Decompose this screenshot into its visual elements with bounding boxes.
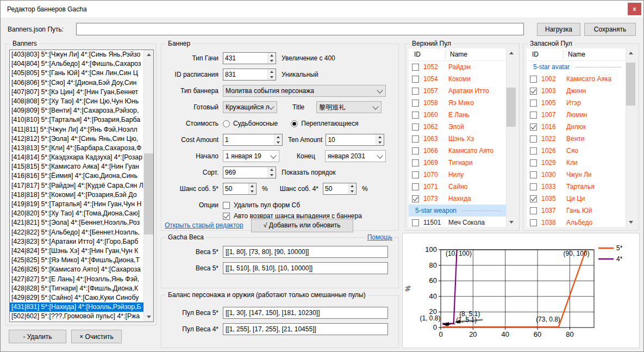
- pool-row-checkbox[interactable]: [412, 195, 419, 202]
- begin-date-picker[interactable]: 1 января 19: [223, 150, 279, 162]
- pool-row[interactable]: 1003Джинн: [527, 85, 626, 97]
- banner-list-item[interactable]: [404|804] 5*:[Альбедо] 4*:[Фишль,Сахароз: [10, 59, 144, 69]
- scrollbar-thumb[interactable]: [507, 88, 516, 127]
- banner-list-item[interactable]: [419|819] 5*:[Тарталья] 4*:[Нин Гуан,Чун…: [10, 200, 144, 209]
- pool-row-checkbox[interactable]: [530, 159, 537, 166]
- pool-row[interactable]: 1022Венти: [527, 133, 626, 145]
- banner-list-item[interactable]: [427|827] 5*:[Е Лань] 4*:[Ноэлль,Янь Фэй…: [10, 275, 144, 284]
- pool-row[interactable]: 1070Нилу: [409, 169, 507, 181]
- pool-row-checkbox[interactable]: [530, 207, 537, 214]
- scroll-up-icon[interactable]: [144, 50, 153, 59]
- pool-row-checkbox[interactable]: [412, 112, 419, 119]
- pool-row[interactable]: 1026Сяо: [527, 145, 626, 157]
- pool-row[interactable]: 1058Яэ Мико: [409, 97, 507, 109]
- spin-down-icon[interactable]: [349, 189, 356, 194]
- pool-row[interactable]: 1016Дилюк: [527, 121, 626, 133]
- pool-weights5-input[interactable]: [223, 307, 388, 319]
- banner-list-item[interactable]: [414|814] 5*:[Каэдэхара Кадзуха] 4*:[Роз…: [10, 153, 144, 162]
- banner-list-item[interactable]: [424|824] 5*:[Шэнь Хэ] 4*:[Нин Гуан,Чун …: [10, 246, 144, 256]
- pool-row[interactable]: 1060Е Лань: [409, 109, 507, 121]
- chance5-spinner[interactable]: [223, 183, 257, 195]
- pool-row-checkbox[interactable]: [412, 219, 419, 226]
- pool-row-checkbox[interactable]: [530, 100, 537, 107]
- pool-row-checkbox[interactable]: [412, 183, 419, 190]
- pool-row[interactable]: 1063Шэнь Хэ: [409, 133, 507, 145]
- pool-row-checkbox[interactable]: [530, 76, 537, 83]
- load-button[interactable]: Нагрузка: [537, 23, 580, 36]
- option-remove-pool-checkbox[interactable]: [223, 202, 230, 209]
- banner-list-item[interactable]: [428|828] 5*:[Тигнари] 4*:[Фишль,Диона,К: [10, 284, 144, 293]
- pool-row[interactable]: 1037Гань Юй: [527, 205, 626, 217]
- banners-scrollbar[interactable]: [143, 50, 153, 322]
- weights4-input[interactable]: [223, 262, 388, 274]
- weights5-input[interactable]: [223, 246, 388, 258]
- spin-down-icon[interactable]: [268, 58, 276, 64]
- pool-row[interactable]: 1073Нахида: [409, 193, 507, 205]
- banner-list-item[interactable]: [412|812] 5*:[Эола] 4*:[Синь Янь,Син Цю,: [10, 134, 144, 144]
- scrollbar-thumb[interactable]: [626, 63, 635, 106]
- sort-spinner[interactable]: [223, 166, 276, 178]
- pool-row-checkbox[interactable]: [412, 100, 419, 107]
- cost-amount-spinner[interactable]: [223, 134, 283, 146]
- banner-list-item[interactable]: [429|829] 5*:[Сайно] 4*:[Саю,Куки Синобу: [10, 293, 144, 302]
- pool-row-checkbox[interactable]: [412, 76, 419, 83]
- prefab-select[interactable]: Кружащийся л: [223, 101, 277, 113]
- banner-list-item[interactable]: [405|805] 5*:[Гань Юй] 4*:[Сян Лин,Син Ц: [10, 69, 144, 78]
- delete-banner-button[interactable]: - Удалить: [9, 330, 66, 343]
- banner-list-item[interactable]: [417|817] 5*:[Райдэн] 4*:[Кудзё Сара,Сян…: [10, 181, 144, 190]
- banner-list-item[interactable]: [420|820] 5*:[Ху Тао] 4*:[Тома,Диона,Саю…: [10, 209, 144, 218]
- pool-row-checkbox[interactable]: [530, 112, 537, 119]
- banner-list-item[interactable]: [409|809] 5*:[Венти] 4*:[Сахароза,Рэйзор…: [10, 106, 144, 115]
- cost-radio-fate[interactable]: [223, 120, 230, 127]
- pool-row-checkbox[interactable]: [412, 88, 419, 95]
- chance5-input[interactable]: [223, 183, 248, 194]
- spin-down-icon[interactable]: [249, 189, 256, 194]
- pool-row-checkbox[interactable]: [530, 88, 537, 95]
- spin-up-icon[interactable]: [274, 134, 282, 140]
- spin-up-icon[interactable]: [376, 134, 384, 140]
- scroll-down-icon[interactable]: [144, 312, 153, 322]
- pool-row[interactable]: 1054Кокоми: [409, 73, 507, 85]
- pool-row-checkbox[interactable]: [530, 147, 537, 155]
- banner-list-item[interactable]: [426|826] 5*:[Камисато Аято] 4*:[Сахароз…: [10, 265, 144, 274]
- cost-amount-input[interactable]: [223, 134, 274, 145]
- spin-up-icon[interactable]: [249, 183, 256, 189]
- banner-list-item[interactable]: [403|803] 5*:[Чжун Ли] 4*:[Синь Янь,Рэйз…: [10, 50, 144, 59]
- reserve-pool-scrollbar[interactable]: [626, 48, 635, 227]
- pool-row[interactable]: 1007Люмин: [527, 109, 626, 121]
- banner-list-item[interactable]: [421|821] 5*:[Эола] 4*:[Беннет,Ноэлль,Ро…: [10, 218, 144, 227]
- scroll-up-icon[interactable]: [507, 48, 516, 58]
- ten-amount-input[interactable]: [326, 134, 376, 145]
- scroll-down-icon[interactable]: [626, 218, 635, 227]
- banner-list-item[interactable]: [502|602] 5*:[???,Громовой пульс] 4*:[Рж…: [10, 312, 144, 321]
- pool-row-checkbox[interactable]: [530, 183, 537, 190]
- banner-list-item[interactable]: [416|816] 5*:[Ёимия] 4*:[Саю,Диона,Синь: [10, 171, 144, 181]
- gacha-type-input[interactable]: [223, 53, 267, 64]
- pool-row-checkbox[interactable]: [530, 171, 537, 178]
- pool-row[interactable]: 1038Альбедо: [527, 217, 626, 227]
- banner-list-item[interactable]: [423|823] 5*:[Аратаки Итто] 4*:[Горо,Бар…: [10, 237, 144, 246]
- banner-list-item[interactable]: [408|808] 5*:[Ху Тао] 4*:[Син Цю,Чун Юнь: [10, 97, 144, 106]
- spin-down-icon[interactable]: [268, 172, 276, 178]
- pool-row-checkbox[interactable]: [412, 123, 419, 131]
- pool-row[interactable]: 1029Кли: [527, 157, 626, 169]
- banners-json-path-input[interactable]: [76, 23, 524, 35]
- schedule-id-input[interactable]: [223, 69, 267, 80]
- cost-radio-intertwined[interactable]: [291, 120, 298, 127]
- banner-list-item[interactable]: [406|806] 5*:[Сяо] 4*:[Диона,Бэй Доу,Син: [10, 78, 144, 88]
- scroll-up-icon[interactable]: [626, 48, 635, 58]
- scroll-down-icon[interactable]: [507, 218, 516, 227]
- pool-row-checkbox[interactable]: [412, 147, 419, 155]
- close-button[interactable]: x: [628, 3, 641, 15]
- spin-down-icon[interactable]: [376, 140, 384, 145]
- pool-row[interactable]: 1052Райдэн: [409, 61, 507, 73]
- gacha-type-spinner[interactable]: [223, 52, 276, 64]
- pool-row-checkbox[interactable]: [530, 195, 537, 202]
- clear-banners-button[interactable]: × Очистить: [71, 330, 122, 343]
- pool-row[interactable]: 1066Камисато Аято: [409, 145, 507, 157]
- pool-row-checkbox[interactable]: [530, 135, 537, 143]
- chance4-input[interactable]: [323, 183, 348, 194]
- pool-row[interactable]: 1057Аратаки Итто: [409, 85, 507, 97]
- pool-row-checkbox[interactable]: [530, 123, 537, 131]
- banner-type-select[interactable]: Молитва события персонажа: [223, 85, 386, 97]
